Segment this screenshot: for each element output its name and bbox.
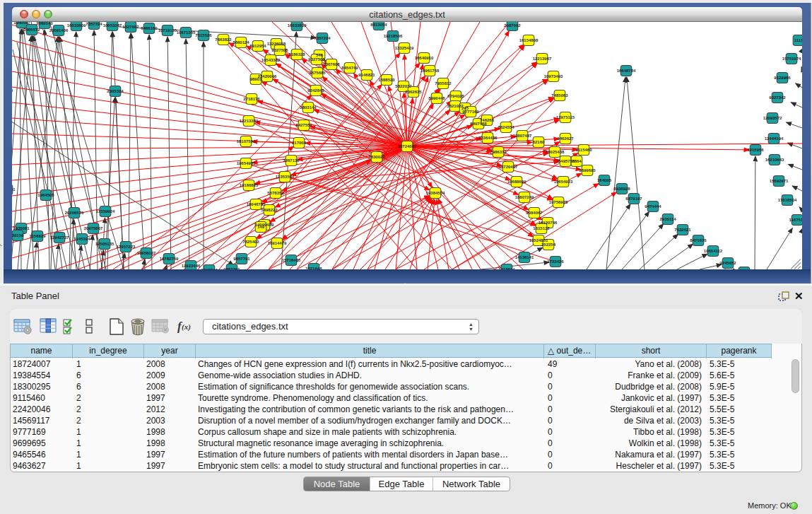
svg-text:9857791: 9857791 — [223, 267, 240, 269]
svg-text:12093572: 12093572 — [763, 116, 782, 120]
svg-text:9242848: 9242848 — [307, 88, 324, 93]
svg-text:1156829: 1156829 — [29, 234, 46, 238]
svg-text:252254: 252254 — [541, 243, 556, 247]
svg-text:10025438: 10025438 — [546, 150, 565, 154]
svg-text:16033809: 16033809 — [67, 23, 86, 28]
svg-text:7955812: 7955812 — [435, 81, 452, 86]
svg-text:8660124: 8660124 — [233, 40, 249, 45]
svg-text:9857791: 9857791 — [233, 257, 250, 261]
svg-text:8938928: 8938928 — [613, 187, 630, 191]
svg-text:10654112: 10654112 — [704, 249, 723, 253]
svg-text:16782759: 16782759 — [160, 257, 179, 261]
svg-text:19654923: 19654923 — [554, 180, 573, 184]
svg-text:217004: 217004 — [292, 141, 307, 145]
svg-text:16154808: 16154808 — [519, 38, 539, 42]
svg-text:7864: 7864 — [572, 159, 582, 163]
svg-text:8912954: 8912954 — [249, 44, 266, 48]
svg-text:2087682: 2087682 — [504, 23, 521, 28]
svg-text:6794028: 6794028 — [447, 94, 464, 98]
svg-text:10973493: 10973493 — [544, 74, 563, 78]
svg-text:9227342: 9227342 — [769, 95, 786, 100]
svg-text:9146821: 9146821 — [358, 73, 375, 77]
svg-text:98901: 98901 — [250, 77, 262, 81]
svg-text:9327506: 9327506 — [271, 48, 288, 52]
svg-text:7986372: 7986372 — [490, 150, 507, 154]
svg-text:16914479: 16914479 — [268, 241, 287, 245]
svg-text:9777169: 9777169 — [462, 110, 479, 114]
svg-text:9699695: 9699695 — [579, 168, 596, 173]
svg-text:9115460: 9115460 — [575, 148, 592, 152]
svg-text:7357224: 7357224 — [314, 36, 331, 40]
svg-text:2718176: 2718176 — [243, 97, 260, 101]
svg-text:9129966: 9129966 — [774, 76, 791, 80]
svg-text:205133: 205133 — [12, 88, 13, 93]
svg-text:3675685: 3675685 — [309, 71, 326, 75]
svg-text:12923446: 12923446 — [182, 264, 201, 268]
svg-text:8471676: 8471676 — [690, 238, 707, 243]
svg-text:1292344: 1292344 — [201, 268, 218, 269]
svg-text:(x): (x) — [182, 322, 191, 332]
svg-text:16640910: 16640910 — [415, 56, 434, 60]
svg-text:11353594: 11353594 — [276, 175, 295, 179]
svg-text:12942737: 12942737 — [50, 235, 69, 240]
svg-text:1145194: 1145194 — [73, 237, 90, 241]
svg-text:18724007: 18724007 — [398, 144, 417, 148]
svg-text:17359924: 17359924 — [96, 209, 115, 214]
svg-text:8427552: 8427552 — [295, 123, 312, 127]
svg-text:2069140: 2069140 — [36, 22, 53, 25]
svg-text:13226058: 13226058 — [267, 42, 286, 46]
svg-text:10958107: 10958107 — [137, 251, 156, 255]
svg-text:15716485: 15716485 — [282, 258, 301, 262]
svg-text:1588520: 1588520 — [378, 78, 395, 82]
svg-text:1405572: 1405572 — [23, 28, 40, 32]
svg-text:7357224: 7357224 — [86, 22, 102, 26]
svg-text:8186328: 8186328 — [288, 52, 305, 57]
svg-text:8990448: 8990448 — [428, 96, 445, 100]
svg-text:16648784: 16648784 — [617, 69, 636, 73]
svg-text:1413614: 1413614 — [498, 267, 515, 269]
svg-text:7663822: 7663822 — [215, 37, 232, 42]
svg-text:20206576: 20206576 — [65, 211, 84, 215]
svg-text:2935114: 2935114 — [659, 217, 676, 221]
svg-text:7625402: 7625402 — [242, 240, 259, 244]
svg-text:5498222: 5498222 — [261, 208, 278, 212]
svg-text:9463627: 9463627 — [557, 136, 574, 141]
svg-text:10653287: 10653287 — [103, 23, 122, 28]
svg-text:7515526: 7515526 — [195, 33, 212, 37]
svg-text:62160: 62160 — [533, 140, 545, 144]
svg-text:16120746: 16120746 — [539, 221, 558, 225]
svg-text:20364436: 20364436 — [478, 136, 498, 140]
svg-text:1733426: 1733426 — [547, 259, 564, 264]
svg-text:14136141: 14136141 — [515, 255, 534, 259]
svg-text:19654983: 19654983 — [237, 161, 256, 165]
svg-text:149: 149 — [257, 225, 265, 229]
svg-text:39159: 39159 — [12, 233, 24, 238]
svg-text:16210643: 16210643 — [765, 158, 784, 162]
svg-text:17957223: 17957223 — [117, 245, 136, 249]
svg-text:19218506: 19218506 — [384, 34, 403, 38]
svg-text:19384554: 19384554 — [426, 191, 445, 195]
svg-text:1571648: 1571648 — [305, 267, 322, 269]
svg-text:2803144: 2803144 — [300, 105, 317, 110]
svg-text:12213389: 12213389 — [240, 119, 259, 123]
svg-text:9327508: 9327508 — [308, 57, 325, 62]
svg-text:1615132: 1615132 — [533, 226, 550, 230]
svg-text:9245652: 9245652 — [719, 261, 736, 265]
svg-text:746266: 746266 — [480, 118, 495, 122]
svg-text:20691406: 20691406 — [49, 28, 69, 33]
svg-text:19756928: 19756928 — [549, 200, 568, 204]
svg-text:5578352: 5578352 — [267, 191, 284, 195]
svg-text:15751074: 15751074 — [782, 57, 801, 61]
svg-text:10543382: 10543382 — [261, 58, 281, 62]
svg-text:13325419: 13325419 — [395, 46, 414, 50]
svg-text:16033809: 16033809 — [288, 23, 307, 28]
svg-text:8215956: 8215956 — [747, 148, 764, 152]
svg-text:1964505: 1964505 — [37, 193, 54, 197]
svg-text:9084067: 9084067 — [526, 211, 543, 215]
svg-text:6466160: 6466160 — [141, 26, 158, 30]
svg-text:15720407: 15720407 — [499, 165, 518, 169]
svg-text:1935061: 1935061 — [13, 226, 30, 230]
svg-text:12505135: 12505135 — [95, 242, 114, 246]
svg-text:17016504: 17016504 — [778, 198, 797, 202]
svg-text:2367608: 2367608 — [323, 62, 340, 66]
